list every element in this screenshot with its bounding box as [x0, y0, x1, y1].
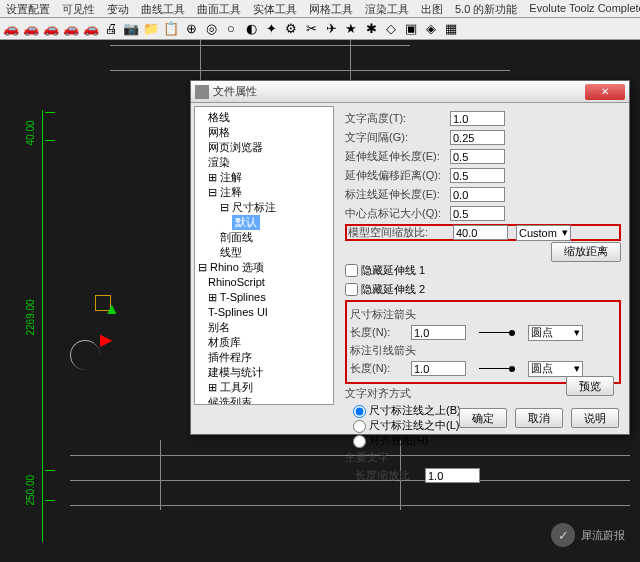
tool-icon[interactable]: ◈ — [423, 21, 439, 37]
field-label: 模型空间缩放比: — [348, 225, 453, 240]
menu-item[interactable]: 可见性 — [56, 2, 101, 15]
tool-icon[interactable]: ▣ — [403, 21, 419, 37]
gumball-arc[interactable] — [70, 340, 100, 370]
group-label: 主要文字 — [345, 450, 621, 465]
text-height-input[interactable] — [450, 111, 505, 126]
tool-icon[interactable]: ⊕ — [183, 21, 199, 37]
preview-button[interactable]: 预览 — [566, 376, 614, 396]
leader-length-input[interactable] — [411, 361, 466, 376]
settings-panel: 文字高度(T): 文字间隔(G): 延伸线延伸长度(E): 延伸线偏移距离(Q)… — [337, 103, 629, 408]
menu-item[interactable]: 曲线工具 — [135, 2, 191, 15]
tool-icon[interactable]: ✂ — [303, 21, 319, 37]
tree-node[interactable]: 格线 — [198, 110, 330, 125]
wechat-icon: ✓ — [551, 523, 575, 547]
tool-icon[interactable]: 🚗 — [43, 21, 59, 37]
tool-icon[interactable]: 🚗 — [23, 21, 39, 37]
tool-icon[interactable]: ✱ — [363, 21, 379, 37]
text-scale-input[interactable] — [425, 468, 480, 483]
tree-node-selected[interactable]: 默认 — [198, 215, 330, 230]
tool-icon[interactable]: 🚗 — [83, 21, 99, 37]
tool-icon[interactable]: 📁 — [143, 21, 159, 37]
hide-ext2-checkbox[interactable] — [345, 283, 358, 296]
menu-item[interactable]: 5.0 的新功能 — [449, 2, 523, 15]
tree-node[interactable]: ⊟ Rhino 选项 — [198, 260, 330, 275]
ext-offset-input[interactable] — [450, 168, 505, 183]
tree-node[interactable]: 候选列表 — [198, 395, 330, 405]
tool-icon[interactable]: ◎ — [203, 21, 219, 37]
arrow-type-combo[interactable]: 圆点▾ — [528, 325, 583, 341]
field-label: 延伸线偏移距离(Q): — [345, 168, 450, 183]
tree-node[interactable]: RhinoScript — [198, 275, 330, 290]
tool-icon[interactable]: ○ — [223, 21, 239, 37]
tool-icon[interactable]: ★ — [343, 21, 359, 37]
checkbox-label: 隐藏延伸线 1 — [361, 263, 425, 278]
tree-node[interactable]: T-Splines UI — [198, 305, 330, 320]
arrow-preview — [472, 326, 522, 340]
tool-icon[interactable]: ▦ — [443, 21, 459, 37]
checkbox-label: 隐藏延伸线 2 — [361, 282, 425, 297]
gumball-x-axis[interactable]: ▶ — [100, 330, 112, 349]
tool-icon[interactable]: ⚙ — [283, 21, 299, 37]
tool-icon[interactable]: 🚗 — [3, 21, 19, 37]
dialog-titlebar[interactable]: 文件属性 ✕ — [191, 81, 629, 103]
center-mark-input[interactable] — [450, 206, 505, 221]
tree-node[interactable]: ⊟ 尺寸标注 — [198, 200, 330, 215]
hide-ext1-checkbox[interactable] — [345, 264, 358, 277]
tree-node[interactable]: 别名 — [198, 320, 330, 335]
leader-type-combo[interactable]: 圆点▾ — [528, 361, 583, 377]
tree-view[interactable]: 格线 网格 网页浏览器 渲染 ⊞ 注解 ⊟ 注释 ⊟ 尺寸标注 默认 剖面线 线… — [194, 106, 334, 405]
menu-item[interactable]: 出图 — [415, 2, 449, 15]
label-ext-input[interactable] — [450, 187, 505, 202]
menu-item[interactable]: 变动 — [101, 2, 135, 15]
tree-node[interactable]: ⊞ 注解 — [198, 170, 330, 185]
text-gap-input[interactable] — [450, 130, 505, 145]
tree-node[interactable]: 网页浏览器 — [198, 140, 330, 155]
cancel-button[interactable]: 取消 — [515, 408, 563, 428]
tree-node[interactable]: 建模与统计 — [198, 365, 330, 380]
tree-node[interactable]: ⊟ 注释 — [198, 185, 330, 200]
tree-node[interactable]: 线型 — [198, 245, 330, 260]
dimension-line — [42, 110, 43, 542]
ext-length-input[interactable] — [450, 149, 505, 164]
tool-icon[interactable]: ✦ — [263, 21, 279, 37]
dimension-value: 250.00 — [25, 475, 36, 506]
gumball-y-axis[interactable]: ▲ — [104, 300, 120, 318]
tree-node[interactable]: 网格 — [198, 125, 330, 140]
menu-item[interactable]: Evolute Toolz Complete 01 — [523, 2, 640, 15]
properties-dialog: 文件属性 ✕ 格线 网格 网页浏览器 渲染 ⊞ 注解 ⊟ 注释 ⊟ 尺寸标注 默… — [190, 80, 630, 435]
tool-icon[interactable]: 🚗 — [63, 21, 79, 37]
menu-item[interactable]: 曲面工具 — [191, 2, 247, 15]
close-button[interactable]: ✕ — [585, 84, 625, 100]
field-label: 文字高度(T): — [345, 111, 450, 126]
tool-icon[interactable]: 📷 — [123, 21, 139, 37]
toolbar: 🚗 🚗 🚗 🚗 🚗 🖨 📷 📁 📋 ⊕ ◎ ○ ◐ ✦ ⚙ ✂ ✈ ★ ✱ ◇ … — [0, 18, 640, 40]
field-label: 文字间隔(G): — [345, 130, 450, 145]
menu-item[interactable]: 网格工具 — [303, 2, 359, 15]
tool-icon[interactable]: ◇ — [383, 21, 399, 37]
tree-node[interactable]: ⊞ 工具列 — [198, 380, 330, 395]
model-scale-input[interactable] — [453, 225, 508, 240]
help-button[interactable]: 说明 — [571, 408, 619, 428]
tool-icon[interactable]: 📋 — [163, 21, 179, 37]
custom-combo[interactable]: Custom▾ — [516, 225, 571, 241]
tool-icon[interactable]: ✈ — [323, 21, 339, 37]
tree-node[interactable]: 插件程序 — [198, 350, 330, 365]
ok-button[interactable]: 确定 — [459, 408, 507, 428]
tree-node[interactable]: 材质库 — [198, 335, 330, 350]
field-label: 标注线延伸长度(E): — [345, 187, 450, 202]
tree-node[interactable]: 渲染 — [198, 155, 330, 170]
tree-node[interactable]: 剖面线 — [198, 230, 330, 245]
menu-item[interactable]: 实体工具 — [247, 2, 303, 15]
tool-icon[interactable]: 🖨 — [103, 21, 119, 37]
menu-item[interactable]: 设置配置 — [0, 2, 56, 15]
field-label: 长度缩放比 — [345, 468, 425, 483]
zoom-distance-button[interactable]: 缩放距离 — [551, 242, 621, 262]
radio-option[interactable]: 对齐视图(H) — [345, 433, 621, 448]
dialog-title: 文件属性 — [213, 84, 585, 99]
arrow-length-input[interactable] — [411, 325, 466, 340]
menu-item[interactable]: 渲染工具 — [359, 2, 415, 15]
menu-bar: 设置配置 可见性 变动 曲线工具 曲面工具 实体工具 网格工具 渲染工具 出图 … — [0, 0, 640, 18]
tool-icon[interactable]: ◐ — [243, 21, 259, 37]
dialog-icon — [195, 85, 209, 99]
tree-node[interactable]: ⊞ T-Splines — [198, 290, 330, 305]
